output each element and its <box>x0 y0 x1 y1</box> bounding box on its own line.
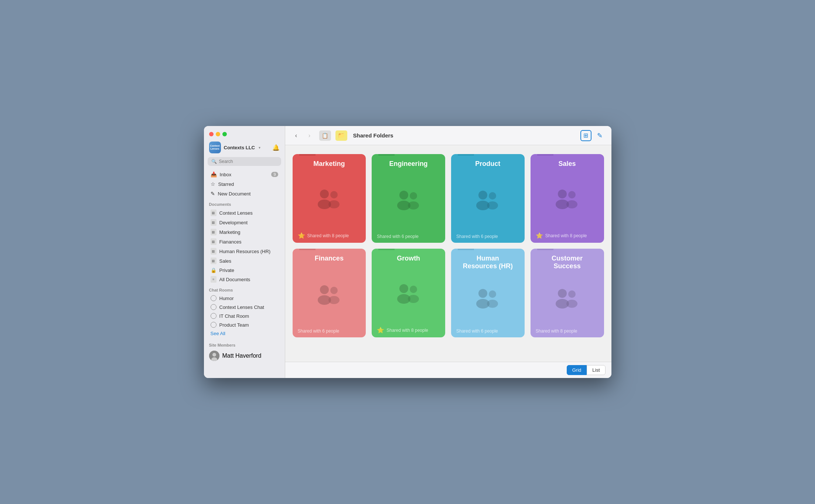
people-icon <box>313 187 346 212</box>
chat-bubble-icon <box>211 295 216 301</box>
sidebar-chat-context-lenses[interactable]: Context Lenses Chat <box>205 303 283 311</box>
notification-bell-icon[interactable]: 🔔 <box>272 144 280 151</box>
see-all-link[interactable]: See All <box>205 329 283 338</box>
folder-name: Product <box>451 154 525 171</box>
svg-point-1 <box>212 353 216 357</box>
folder-footer: Shared with 6 people <box>451 230 525 243</box>
minimize-button[interactable] <box>216 132 220 136</box>
people-icon <box>550 286 584 312</box>
forward-button[interactable]: › <box>304 130 315 141</box>
context-lenses-label: Context Lenses <box>219 210 253 216</box>
folder-icon-area <box>531 171 604 228</box>
site-members-section: Site Members Matt Haverford <box>204 339 285 363</box>
svg-point-9 <box>410 192 417 200</box>
folder-card-product[interactable]: Product Shared with 6 people <box>451 154 525 243</box>
app-window: Context Lenses Contexts LLC ▾ 🔔 🔍 📥 Inbo… <box>204 126 611 378</box>
chat-bubble-icon <box>211 313 216 319</box>
svg-point-21 <box>330 287 338 294</box>
folder-icon-area <box>293 265 366 325</box>
folders-grid-area: Marketing ⭐Shared with 8 peopleEngineeri… <box>285 145 611 362</box>
folder-card-engineering[interactable]: Engineering Shared with 6 people <box>372 154 445 243</box>
folder-card-marketing[interactable]: Marketing ⭐Shared with 8 people <box>293 154 366 243</box>
traffic-lights <box>204 129 285 139</box>
search-input[interactable] <box>219 159 277 164</box>
sidebar-chat-humor[interactable]: Humor <box>205 294 283 303</box>
folder-footer: Shared with 6 people <box>372 230 445 243</box>
chat-bubble-icon <box>211 322 216 328</box>
chat-bubble-icon <box>211 304 216 310</box>
list-view-button[interactable]: List <box>587 365 605 375</box>
it-chat-room-label: IT Chat Room <box>219 313 249 319</box>
sidebar-item-finances[interactable]: ▦ Fianances <box>205 237 283 246</box>
close-button[interactable] <box>209 132 214 136</box>
folder-footer: Shared with 6 people <box>293 325 366 337</box>
people-icon <box>392 188 425 214</box>
sidebar-item-private[interactable]: 🔒 Private <box>205 266 283 275</box>
brand-chevron-icon[interactable]: ▾ <box>259 146 260 150</box>
search-bar[interactable]: 🔍 <box>208 157 281 166</box>
lock-icon: 🔒 <box>211 267 216 273</box>
shared-text: Shared with 8 people <box>386 328 428 333</box>
toolbar-actions: ⊞ ✎ <box>580 130 606 141</box>
brand-avatar: Context Lenses <box>209 142 221 153</box>
doc-icon: ▦ <box>211 258 216 264</box>
folder-tab <box>299 249 316 250</box>
svg-point-34 <box>566 300 577 308</box>
sidebar-item-all-documents[interactable]: ≡ All Documents <box>205 275 283 284</box>
folder-emoji-icon: 📁 <box>338 132 345 139</box>
star-icon: ☆ <box>211 181 215 187</box>
main-content: ‹ › 📋 📁 Shared Folders ⊞ ✎ <box>285 126 611 378</box>
marketing-label: Marketing <box>219 229 241 235</box>
folder-tab <box>458 249 474 250</box>
folder-card-growth[interactable]: Growth ⭐Shared with 8 people <box>372 249 445 337</box>
maximize-button[interactable] <box>222 132 227 136</box>
svg-point-6 <box>328 200 340 208</box>
sidebar-item-hr[interactable]: ▦ Human Resources (HR) <box>205 246 283 256</box>
sidebar-item-sales[interactable]: ▦ Sales <box>205 256 283 266</box>
svg-point-15 <box>558 190 567 198</box>
folder-footer: Shared with 8 people <box>531 325 604 337</box>
svg-point-25 <box>410 286 417 293</box>
grid-view-button[interactable]: Grid <box>567 365 587 375</box>
private-label: Private <box>219 268 234 273</box>
history-button[interactable]: 📋 <box>319 130 331 141</box>
shared-text: Shared with 6 people <box>298 328 340 334</box>
svg-point-10 <box>408 201 419 210</box>
sidebar: Context Lenses Contexts LLC ▾ 🔔 🔍 📥 Inbo… <box>204 126 285 378</box>
doc-icon: ▦ <box>211 229 216 235</box>
folder-name: Sales <box>531 154 604 171</box>
sidebar-item-context-lenses[interactable]: ▦ Context Lenses <box>205 208 283 218</box>
sidebar-chat-it[interactable]: IT Chat Room <box>205 311 283 320</box>
new-document-label: New Document <box>218 191 251 197</box>
people-icon <box>471 188 504 214</box>
edit-icon: ✎ <box>211 191 215 197</box>
folder-card-sales[interactable]: Sales ⭐Shared with 8 people <box>531 154 604 243</box>
sidebar-chat-product-team[interactable]: Product Team <box>205 320 283 329</box>
folder-footer: ⭐Shared with 8 people <box>293 228 366 243</box>
sidebar-item-starred[interactable]: ☆ Starred <box>205 179 283 189</box>
avatar <box>209 351 219 361</box>
folder-icon: 📁 <box>335 130 347 141</box>
sidebar-item-inbox[interactable]: 📥 Inbox 9 <box>205 170 283 179</box>
brand-name[interactable]: Contexts LLC <box>224 145 255 150</box>
inbox-badge: 9 <box>271 172 278 177</box>
sidebar-item-marketing[interactable]: ▦ Marketing <box>205 227 283 237</box>
compose-button[interactable]: ✎ <box>594 130 606 141</box>
sidebar-item-development[interactable]: ▦ Development <box>205 218 283 227</box>
svg-point-17 <box>568 191 576 198</box>
development-label: Development <box>219 220 248 225</box>
toolbar-title: Shared Folders <box>353 132 393 139</box>
folder-card-finances[interactable]: Finances Shared with 6 people <box>293 249 366 337</box>
svg-point-18 <box>566 200 577 208</box>
finances-label: Fianances <box>219 239 242 245</box>
folder-card-customer-success[interactable]: Customer Success Shared with 8 people <box>531 249 604 337</box>
new-tab-button[interactable]: ⊞ <box>580 130 591 141</box>
shared-text: Shared with 8 people <box>536 328 577 334</box>
folder-icon-area <box>372 265 445 323</box>
folder-tab <box>378 249 395 250</box>
sidebar-item-new-document[interactable]: ✎ New Document <box>205 189 283 198</box>
member-item[interactable]: Matt Haverford <box>204 349 285 363</box>
back-button[interactable]: ‹ <box>291 130 301 141</box>
folder-card-human-resources[interactable]: Human Resources (HR) Shared with 6 peopl… <box>451 249 525 337</box>
doc-icon: ▦ <box>211 248 216 255</box>
